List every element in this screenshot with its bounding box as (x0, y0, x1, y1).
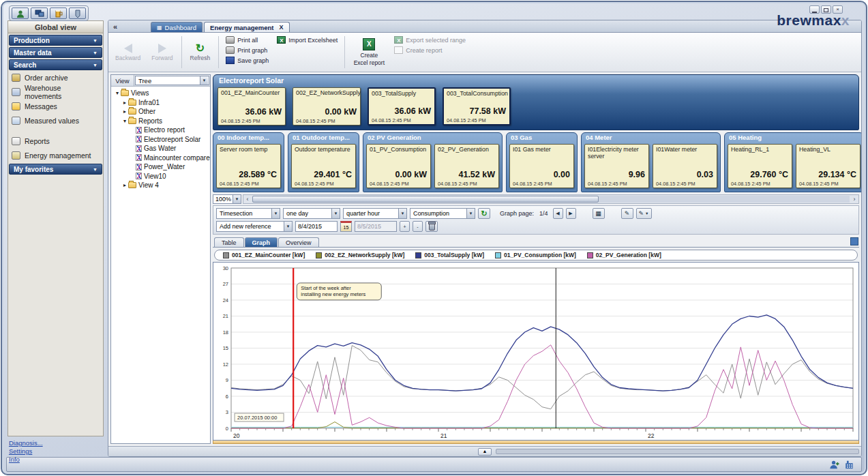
brew-button[interactable] (50, 8, 67, 19)
sidebar-item-messages[interactable]: Messages (8, 99, 103, 113)
value-tile-001-ez-maincounter[interactable]: 001_EZ_MainCounter36.06 kW04.08.15 2:45 … (218, 87, 286, 125)
collapse-icon[interactable]: ▾ (121, 118, 128, 124)
tabs-scroll-button[interactable] (850, 237, 858, 246)
zoom-select[interactable]: 100% ▼ (213, 194, 241, 204)
create-excel-report-button[interactable]: Create Excel report (350, 34, 387, 70)
chart-canvas[interactable]: 036912151821242730202122Start of the wee… (213, 263, 858, 440)
minimize-button[interactable] (809, 5, 820, 14)
edit-options-button[interactable]: ✎▼ (636, 208, 652, 219)
value-tile-02-pv-generation[interactable]: 02_PV_Generation41.52 kW04.08.15 2:45 PM (434, 144, 499, 188)
value-tile-i01-gas-meter[interactable]: I01 Gas meter0.0004.08.15 2:45 PM (509, 144, 574, 188)
sidebar-section-my-favorites[interactable]: My favorites▼ (9, 164, 102, 175)
bottom-scrollbar[interactable] (496, 449, 859, 454)
sidebar-collapse-button[interactable]: « (110, 23, 121, 31)
timesection-select[interactable]: Timesection▼ (216, 208, 280, 219)
sidebar-section-search[interactable]: Search▼ (9, 59, 102, 70)
legend-item-003-totalsupply-kw[interactable]: 003_TotalSupply [kW] (415, 252, 484, 258)
collapse-icon[interactable]: ▾ (114, 90, 121, 96)
energy-line-chart[interactable]: 036912151821242730202122Start of the wee… (213, 263, 858, 440)
sidebar-section-production[interactable]: Production▼ (9, 35, 102, 46)
scroll-right-icon[interactable]: › (850, 196, 858, 203)
tree-node-power-water[interactable]: Power_Water (111, 162, 210, 172)
table-export-button[interactable]: ▦ (593, 208, 605, 219)
print-graph-button[interactable]: Print graph (224, 46, 270, 54)
footer-link-settings[interactable]: Settings (9, 447, 43, 455)
tree-mode-select[interactable]: Tree ▼ (135, 76, 209, 85)
add-reference-button[interactable]: + (400, 221, 410, 232)
resolution-select[interactable]: quarter hour▼ (343, 208, 407, 219)
value-tile-heating-vl[interactable]: Heating_VL29.134 °C04.08.15 2:45 PM (796, 144, 860, 188)
value-tile-server-room-temp[interactable]: Server room temp28.589 °C04.08.15 2:45 P… (216, 144, 281, 188)
backward-button[interactable]: Backward (113, 42, 143, 63)
expand-icon[interactable]: ▸ (121, 182, 128, 188)
consumption-select[interactable]: Consumption▼ (410, 208, 475, 219)
tree-node-maincounter-comparecounter[interactable]: Maincounter comparecounter (111, 153, 210, 163)
tree-node-infra01[interactable]: ▸Infra01 (111, 98, 210, 108)
value-tile-01-pv-consumption[interactable]: 01_PV_Consumption0.00 kW04.08.15 2:45 PM (366, 144, 431, 188)
close-button[interactable]: × (833, 5, 843, 14)
view-tab-overview[interactable]: Overview (278, 237, 319, 247)
reload-graph-button[interactable]: ↻ (478, 208, 490, 219)
edit-graph-button[interactable]: ✎ (621, 208, 633, 219)
tree-node-electroreport-solar[interactable]: Electroreport Solar (111, 135, 210, 145)
forward-button[interactable]: Forward (149, 42, 175, 63)
tab-dashboard[interactable]: ▦ Dashboard (151, 22, 203, 32)
tree-node-other[interactable]: ▸Other (111, 107, 210, 117)
monitors-button[interactable] (31, 8, 48, 19)
delete-reference-button[interactable] (425, 221, 438, 232)
next-page-button[interactable]: ▶ (566, 208, 576, 219)
collapse-up-button[interactable]: ▲ (478, 448, 492, 456)
tab-energy-management[interactable]: Energy management X (204, 22, 289, 32)
plant-icon[interactable] (844, 460, 854, 469)
tree-node-electro-report[interactable]: Electro report (111, 125, 210, 135)
calendar-button[interactable]: 15 (340, 221, 352, 232)
view-tab-table[interactable]: Table (214, 237, 244, 247)
value-tile-003-totalsupply[interactable]: 003_TotalSupply36.06 kW04.08.15 2:45 PM (368, 87, 436, 125)
interval-select[interactable]: one day▼ (283, 208, 340, 219)
legend-item-02-pv-generation-kw[interactable]: 02_PV_Generation [kW] (587, 252, 661, 258)
sidebar-item-warehouse-movements[interactable]: Warehouse movements (8, 85, 103, 99)
refresh-button[interactable]: ↻ Refresh (188, 42, 213, 63)
value-tile-002-ez-networksupply[interactable]: 002_EZ_NetworkSupply0.00 kW04.08.15 2:45… (293, 87, 361, 125)
prev-page-button[interactable]: ◀ (553, 208, 563, 219)
tree-node-gas-water[interactable]: Gas Water (111, 144, 210, 153)
tab-close-icon[interactable]: X (280, 24, 284, 31)
sidebar-item-reports[interactable]: Reports (8, 134, 103, 148)
sidebar-item-measured-values[interactable]: Measured values (8, 113, 103, 128)
import-excelsheet-button[interactable]: Import Excelsheet (275, 36, 339, 44)
date-from-input[interactable] (295, 221, 338, 232)
view-tab-graph[interactable]: Graph (245, 237, 278, 247)
user-button[interactable] (12, 8, 29, 19)
value-tile-i01electricity-meter-server[interactable]: I01Electricity meter server9.9604.08.15 … (584, 144, 649, 188)
scroll-left-icon[interactable]: ‹ (243, 196, 252, 203)
sidebar-item-energy-management[interactable]: Energy management (8, 148, 103, 162)
tree-node-view10[interactable]: View10 (111, 172, 210, 181)
remove-reference-button[interactable]: - (413, 221, 423, 232)
scrollbar-track[interactable] (252, 196, 850, 203)
user-session-icon[interactable] (829, 460, 839, 469)
tree-node-view-4[interactable]: ▸View 4 (111, 181, 210, 190)
legend-item-01-pv-consumption-kw[interactable]: 01_PV_Consumption [kW] (495, 252, 576, 258)
value-tile-heating-rl-1[interactable]: Heating_RL_129.760 °C04.08.15 2:45 PM (728, 144, 792, 188)
expand-icon[interactable]: ▸ (121, 108, 128, 115)
tree-node-reports[interactable]: ▾Reports (111, 117, 210, 126)
tree-view-tab[interactable]: View (111, 75, 134, 86)
value-tile-i01water-meter[interactable]: I01Water meter0.0304.08.15 2:45 PM (653, 144, 717, 188)
footer-link-info[interactable]: Info (9, 456, 43, 463)
time-range-band[interactable] (213, 441, 859, 444)
export-selected-range-button[interactable]: Export selected range (393, 36, 467, 44)
legend-item-002-ez-networksupply-kw[interactable]: 002_EZ_NetworkSupply [kW] (316, 252, 404, 258)
tree-node-views[interactable]: ▾Views (111, 89, 210, 98)
expand-icon[interactable]: ▸ (121, 100, 128, 106)
legend-item-001-ez-maincounter-kw[interactable]: 001_EZ_MainCounter [kW] (223, 252, 305, 258)
scrollbar-thumb[interactable] (252, 196, 599, 203)
value-tile-003-totalconsumption[interactable]: 003_TotalConsumption77.58 kW04.08.15 2:4… (443, 87, 511, 125)
sidebar-item-order-archive[interactable]: Order archive (8, 70, 103, 85)
tiles-scrollbar[interactable]: ‹ › (243, 194, 859, 204)
save-graph-button[interactable]: Save graph (224, 57, 270, 64)
create-report-button[interactable]: Create report (393, 46, 467, 54)
footer-link-diagnosis[interactable]: Diagnosis... (9, 439, 43, 447)
tanks-button[interactable] (69, 8, 86, 19)
restore-button[interactable] (821, 5, 831, 14)
sidebar-section-master-data[interactable]: Master data▼ (9, 47, 102, 58)
